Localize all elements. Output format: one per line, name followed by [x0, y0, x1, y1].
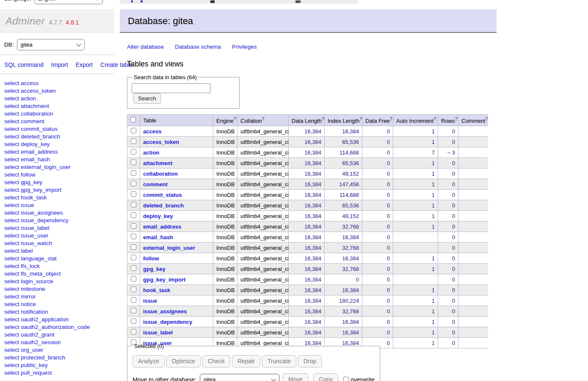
table-link-gpg_key_import[interactable]: gpg_key_import	[143, 276, 185, 283]
help-icon[interactable]: ?	[322, 116, 324, 121]
row-checkbox[interactable]	[131, 318, 136, 324]
help-icon[interactable]: ?	[390, 116, 392, 121]
row-checkbox[interactable]	[131, 149, 136, 155]
row-checkbox[interactable]	[131, 223, 136, 229]
sidebar-select-notice[interactable]: select notice	[4, 301, 114, 308]
table-link-comment[interactable]: comment	[143, 181, 168, 188]
row-checkbox[interactable]	[131, 138, 136, 144]
row-checkbox[interactable]	[131, 329, 136, 334]
table-link-email_address[interactable]: email_address	[143, 224, 181, 230]
sidebar-select-label[interactable]: select label	[4, 247, 114, 255]
sidebar-select-external_login_user[interactable]: select external_login_user	[4, 163, 114, 171]
row-checkbox[interactable]	[131, 287, 136, 292]
help-icon[interactable]: ?	[433, 116, 436, 121]
sidebar-select-lfs_lock[interactable]: select lfs_lock	[4, 262, 114, 270]
row-checkbox[interactable]	[131, 213, 136, 218]
link-database-schema[interactable]: Database schema	[175, 44, 221, 50]
move-button[interactable]: Move	[283, 373, 308, 381]
table-link-gpg_key[interactable]: gpg_key	[143, 266, 166, 272]
sidebar-select-issue_label[interactable]: select issue_label	[4, 224, 114, 232]
sidebar-select-collaboration[interactable]: select collaboration	[4, 110, 114, 118]
help-icon[interactable]: ?	[262, 116, 265, 121]
sidebar-select-mirror[interactable]: select mirror	[4, 293, 114, 301]
table-link-issue_label[interactable]: issue_label	[143, 329, 173, 336]
sidebar-link-export[interactable]: Export	[76, 61, 93, 68]
sidebar-select-oauth2_authorization_code[interactable]: select oauth2_authorization_code	[4, 323, 114, 331]
help-icon[interactable]: ?	[455, 116, 458, 121]
table-link-external_login_user[interactable]: external_login_user	[143, 245, 195, 251]
analyze-button[interactable]: Analyze	[133, 355, 165, 367]
table-link-issue_assignees[interactable]: issue_assignees	[143, 308, 187, 315]
table-link-commit_status[interactable]: commit_status	[143, 192, 182, 198]
sidebar-link-sql-command[interactable]: SQL command	[4, 61, 44, 68]
sidebar-select-deploy_key[interactable]: select deploy_key	[4, 141, 114, 148]
language-select[interactable]: English	[34, 0, 103, 4]
table-link-deleted_branch[interactable]: deleted_branch	[143, 202, 184, 209]
help-icon[interactable]: ?	[485, 116, 488, 121]
sidebar-select-lfs_meta_object[interactable]: select lfs_meta_object	[4, 270, 114, 278]
help-icon[interactable]: ?	[233, 116, 236, 121]
sidebar-select-comment[interactable]: select comment	[4, 118, 114, 125]
table-link-action[interactable]: action	[143, 149, 159, 156]
row-checkbox[interactable]	[131, 255, 136, 260]
row-checkbox[interactable]	[131, 297, 136, 303]
search-input[interactable]	[132, 83, 210, 93]
sidebar-link-import[interactable]: Import	[51, 61, 68, 68]
check-button[interactable]: Check	[202, 355, 230, 367]
table-link-issue_dependency[interactable]: issue_dependency	[143, 319, 192, 325]
sidebar-select-gpg_key[interactable]: select gpg_key	[4, 179, 114, 186]
help-icon[interactable]: ?	[359, 116, 362, 121]
row-checkbox[interactable]	[131, 244, 136, 250]
table-link-deploy_key[interactable]: deploy_key	[143, 213, 173, 219]
link-alter-database[interactable]: Alter database	[127, 44, 164, 50]
drop-button[interactable]: Drop	[298, 355, 322, 367]
truncate-button[interactable]: Truncate	[262, 355, 296, 367]
table-link-issue[interactable]: issue	[143, 298, 157, 304]
table-link-follow[interactable]: follow	[143, 255, 159, 262]
repair-button[interactable]: Repair	[232, 355, 260, 367]
move-db-select[interactable]: gitea	[200, 374, 279, 381]
sidebar-select-commit_status[interactable]: select commit_status	[4, 125, 114, 133]
adminer-new-version-link[interactable]: 4.8.1	[66, 19, 79, 26]
sidebar-select-org_user[interactable]: select org_user	[4, 346, 114, 354]
sidebar-select-issue[interactable]: select issue	[4, 202, 114, 209]
sidebar-select-action[interactable]: select action	[4, 95, 114, 102]
row-checkbox[interactable]	[131, 128, 136, 133]
row-checkbox[interactable]	[131, 265, 136, 271]
sidebar-select-pull_request[interactable]: select pull_request	[4, 369, 114, 377]
sidebar-select-oauth2_session[interactable]: select oauth2_session	[4, 339, 114, 346]
sidebar-select-email_address[interactable]: select email_address	[4, 148, 114, 156]
table-link-access_token[interactable]: access_token	[143, 139, 179, 145]
sidebar-select-deleted_branch[interactable]: select deleted_branch	[4, 133, 114, 141]
row-checkbox[interactable]	[131, 191, 136, 197]
sidebar-select-hook_task[interactable]: select hook_task	[4, 194, 114, 202]
sidebar-select-oauth2_grant[interactable]: select oauth2_grant	[4, 331, 114, 339]
select-all-checkbox[interactable]	[130, 117, 136, 122]
optimize-button[interactable]: Optimize	[166, 355, 201, 367]
sidebar-select-issue_dependency[interactable]: select issue_dependency	[4, 217, 114, 224]
table-link-email_hash[interactable]: email_hash	[143, 234, 173, 240]
sidebar-select-issue_assignees[interactable]: select issue_assignees	[4, 209, 114, 217]
search-button[interactable]: Search	[133, 93, 161, 104]
row-checkbox[interactable]	[131, 276, 136, 282]
row-checkbox[interactable]	[131, 308, 136, 313]
sidebar-select-language_stat[interactable]: select language_stat	[4, 255, 114, 262]
table-link-attachment[interactable]: attachment	[143, 160, 172, 166]
sidebar-select-access_token[interactable]: select access_token	[4, 87, 114, 95]
sidebar-select-milestone[interactable]: select milestone	[4, 285, 114, 293]
sidebar-select-attachment[interactable]: select attachment	[4, 102, 114, 110]
row-checkbox[interactable]	[131, 202, 136, 207]
sidebar-select-follow[interactable]: select follow	[4, 171, 114, 179]
table-link-hook_task[interactable]: hook_task	[143, 287, 170, 293]
row-checkbox[interactable]	[131, 160, 136, 165]
sidebar-select-notification[interactable]: select notification	[4, 308, 114, 316]
sidebar-select-email_hash[interactable]: select email_hash	[4, 156, 114, 163]
sidebar-select-access[interactable]: select access	[4, 80, 114, 87]
sidebar-select-protected_branch[interactable]: select protected_branch	[4, 354, 114, 362]
table-link-collaboration[interactable]: collaboration	[143, 171, 178, 177]
sidebar-select-gpg_key_import[interactable]: select gpg_key_import	[4, 186, 114, 194]
row-checkbox[interactable]	[131, 170, 136, 176]
link-privileges[interactable]: Privileges	[232, 44, 257, 50]
sidebar-select-login_source[interactable]: select login_source	[4, 278, 114, 285]
sidebar-select-issue_user[interactable]: select issue_user	[4, 232, 114, 240]
